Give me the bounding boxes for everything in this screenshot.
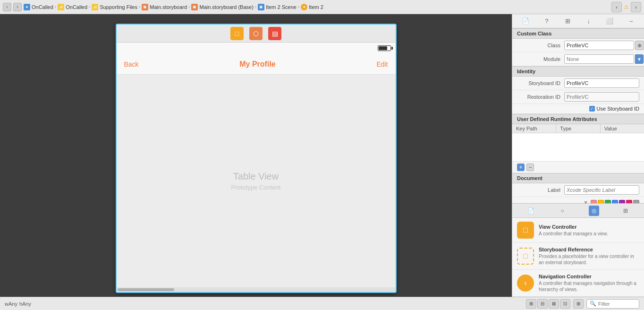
document-section-header: Document — [512, 173, 644, 183]
iphone-frame: □ ⬡ ▤ Back My Profile Edit Table View Pr… — [116, 24, 397, 293]
storyboard-icon: ▣ — [142, 4, 148, 10]
item-icon: ● — [301, 4, 307, 10]
nav-back-button[interactable]: ‹ — [3, 3, 11, 11]
size-h: hAny — [19, 301, 31, 307]
size-w: wAny — [5, 301, 17, 307]
folder-icon: 📁 — [92, 4, 98, 10]
breadcrumb-label[interactable]: OnCalled — [32, 4, 53, 10]
layout-btn-1[interactable]: ⊞ — [526, 299, 536, 309]
table-view-label: Table View — [233, 171, 279, 182]
comp-tab-file[interactable]: 📄 — [525, 206, 536, 216]
custom-class-section-header: Custom Class — [512, 28, 644, 39]
main-area: □ ⬡ ▤ Back My Profile Edit Table View Pr… — [0, 14, 644, 297]
view-controller-icon[interactable]: □ — [230, 27, 244, 40]
layout-btn-4[interactable]: ⊡ — [560, 299, 570, 309]
nav-forward-button[interactable]: › — [13, 3, 22, 11]
comp-vc-title: View Controller — [539, 224, 639, 230]
filter-input[interactable] — [598, 301, 636, 307]
attributes-add-row: + − — [512, 162, 644, 173]
breadcrumb-item[interactable]: 📁 Supporting Files — [92, 4, 137, 10]
grid-btn-1[interactable]: ⊞ — [573, 299, 584, 309]
module-row: Module ▼ — [512, 52, 644, 66]
color-swatch-gray[interactable] — [633, 200, 639, 203]
warning-icon: ⚠ — [624, 4, 629, 10]
attributes-inspector-tab[interactable]: ↓ — [584, 16, 594, 26]
nav-controller-icon[interactable]: ▤ — [268, 27, 281, 40]
table-view-sublabel: Prototype Content — [231, 184, 281, 191]
connections-inspector-tab[interactable]: → — [626, 16, 636, 26]
size-indicators: wAny hAny — [5, 301, 31, 307]
breadcrumb-item[interactable]: ● OnCalled — [24, 4, 53, 10]
comp-tab-grid[interactable]: ⊞ — [620, 206, 631, 216]
folder-icon: 📁 — [58, 4, 64, 10]
scrollbar-thumb[interactable] — [118, 288, 174, 291]
storyboard-ref-icon[interactable]: ⬡ — [249, 27, 263, 40]
component-view-controller: □ View Controller A controller that mana… — [512, 218, 644, 243]
module-dropdown[interactable]: ▼ — [635, 54, 644, 64]
breadcrumb-label[interactable]: Main.storyboard (Base) — [199, 4, 253, 10]
restoration-id-label: Restoration ID — [517, 94, 564, 100]
class-input[interactable] — [564, 41, 634, 50]
breadcrumb-label[interactable]: Item 2 — [309, 4, 323, 10]
comp-nc-title: Navigation Controller — [539, 274, 639, 279]
module-input[interactable] — [564, 54, 634, 64]
color-swatch-blue[interactable] — [612, 200, 618, 203]
restoration-id-row: Restoration ID — [512, 90, 644, 104]
layout-btn-3[interactable]: ⊠ — [549, 299, 559, 309]
identity-inspector-tab[interactable]: ⊞ — [562, 16, 573, 26]
breadcrumb-label[interactable]: Item 2 Scene — [266, 4, 297, 10]
color-swatch-pink[interactable] — [626, 200, 632, 203]
remove-attribute-button[interactable]: − — [526, 164, 534, 171]
breadcrumb-label[interactable]: Supporting Files — [100, 4, 137, 10]
edit-button[interactable]: Edit — [376, 60, 388, 68]
breadcrumb-item[interactable]: ▣ Main.storyboard (Base) — [191, 4, 253, 10]
size-inspector-tab[interactable]: ⬜ — [604, 16, 615, 26]
breadcrumb-item[interactable]: ● Item 2 — [301, 4, 323, 10]
navigation-bar: Back My Profile Edit — [117, 54, 396, 75]
comp-vc-text: View Controller A controller that manage… — [539, 224, 639, 237]
attr-col-value: Value — [601, 124, 644, 133]
nav-next-issue-button[interactable]: › — [631, 2, 641, 12]
document-label-input[interactable] — [564, 185, 639, 195]
layout-btn-2[interactable]: ⊟ — [537, 299, 548, 309]
comp-tab-circle[interactable]: ◎ — [589, 206, 599, 216]
bottom-bar: wAny hAny ⊞ ⊟ ⊠ ⊡ ⊞ 🔍 — [0, 297, 644, 310]
class-input-wrap: ⊕ ▼ — [564, 41, 644, 50]
use-storyboard-id-label: Use Storyboard ID — [597, 106, 639, 112]
comp-tab-object[interactable]: ○ — [557, 206, 568, 216]
class-stepper-up[interactable]: ⊕ — [635, 41, 644, 50]
top-bar: ‹ › ● OnCalled › 📁 OnCalled › 📁 Supporti… — [0, 0, 644, 14]
help-inspector-tab[interactable]: ? — [542, 16, 552, 26]
attr-col-type: Type — [556, 124, 600, 133]
nav-prev-issue-button[interactable]: ‹ — [611, 2, 622, 12]
comp-nc-text: Navigation Controller A controller that … — [539, 274, 639, 293]
add-attribute-button[interactable]: + — [517, 164, 525, 171]
breadcrumb-label[interactable]: OnCalled — [66, 4, 87, 10]
attributes-header: Key Path Type Value — [512, 124, 644, 133]
color-swatch-red[interactable] — [591, 200, 597, 203]
class-label: Class — [517, 43, 564, 48]
breadcrumb-item[interactable]: ▣ Item 2 Scene — [258, 4, 297, 10]
color-swatch-purple[interactable] — [619, 200, 625, 203]
status-bar — [117, 43, 396, 54]
color-swatch-green[interactable] — [605, 200, 611, 203]
color-clear-button[interactable]: ✕ — [584, 200, 588, 203]
comp-sr-desc: Provides a placeholder for a view contro… — [539, 253, 639, 266]
storyboard-id-input[interactable] — [564, 78, 639, 88]
grid-buttons: ⊞ — [573, 299, 584, 309]
restoration-id-input[interactable] — [564, 92, 639, 102]
color-swatches — [591, 200, 639, 203]
breadcrumb-item[interactable]: ▣ Main.storyboard — [142, 4, 187, 10]
use-storyboard-id-checkbox[interactable]: ✓ — [589, 106, 595, 112]
module-input-wrap: ▼ — [564, 54, 644, 64]
back-button[interactable]: Back — [124, 60, 139, 68]
breadcrumb-label[interactable]: Main.storyboard — [150, 4, 187, 10]
breadcrumb-item[interactable]: 📁 OnCalled — [58, 4, 87, 10]
file-inspector-tab[interactable]: 📄 — [520, 16, 531, 26]
module-label: Module — [517, 56, 564, 62]
color-swatch-yellow[interactable] — [598, 200, 604, 203]
user-defined-section-header: User Defined Runtime Attributes — [512, 114, 644, 124]
horizontal-scrollbar[interactable] — [117, 287, 396, 292]
identity-section-header: Identity — [512, 66, 644, 77]
comp-vc-desc: A controller that manages a view. — [539, 231, 639, 237]
